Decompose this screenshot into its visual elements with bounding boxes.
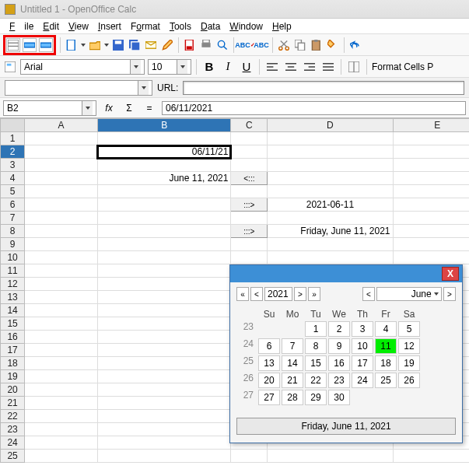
paste-icon[interactable] xyxy=(310,38,324,52)
font-size-input[interactable] xyxy=(149,61,177,72)
url-dropdown-icon[interactable] xyxy=(138,81,149,95)
url-history-input[interactable] xyxy=(5,82,138,93)
font-name-combo[interactable] xyxy=(20,59,145,75)
menu-data[interactable]: Data xyxy=(196,19,225,33)
calendar-day[interactable]: 6 xyxy=(258,338,280,354)
cell-B2[interactable]: 06/11/21 xyxy=(97,145,231,159)
calendar-day[interactable]: 4 xyxy=(375,321,397,337)
save-icon[interactable] xyxy=(111,38,125,52)
format-paint-icon[interactable] xyxy=(326,38,340,52)
calendar-day[interactable]: 17 xyxy=(352,355,373,371)
row-header[interactable]: 4 xyxy=(1,172,25,185)
row-header[interactable]: 10 xyxy=(1,251,25,264)
row-header[interactable]: 11 xyxy=(1,264,25,278)
year-prev-button[interactable]: < xyxy=(250,287,263,301)
cut-icon[interactable] xyxy=(277,38,291,52)
align-center-icon[interactable] xyxy=(283,59,299,75)
row-header[interactable]: 6 xyxy=(1,198,25,212)
url-history-combo[interactable] xyxy=(5,80,152,96)
preview-icon[interactable] xyxy=(215,38,229,52)
calendar-day[interactable]: 21 xyxy=(282,373,303,388)
calendar-day[interactable]: 19 xyxy=(398,355,420,371)
calendar-day[interactable]: 11 xyxy=(375,338,397,354)
size-dropdown-icon[interactable] xyxy=(177,60,187,74)
menu-view[interactable]: View xyxy=(64,19,93,33)
row-header[interactable]: 2 xyxy=(1,145,25,159)
calendar-day[interactable]: 26 xyxy=(398,373,420,388)
cell-B4[interactable]: June 11, 2021 xyxy=(97,172,231,185)
menu-format[interactable]: Format xyxy=(126,19,165,33)
row-header[interactable]: 7 xyxy=(1,212,25,225)
col-header-C[interactable]: C xyxy=(231,119,268,132)
font-size-combo[interactable] xyxy=(148,59,191,75)
month-dropdown-icon[interactable] xyxy=(434,292,439,296)
calendar-day[interactable]: 5 xyxy=(398,321,420,337)
calendar-day[interactable]: 9 xyxy=(328,338,350,354)
calendar-day[interactable]: 25 xyxy=(375,373,397,388)
row-header[interactable]: 17 xyxy=(1,344,25,357)
calendar-day[interactable]: 1 xyxy=(305,321,327,337)
open-icon[interactable] xyxy=(88,38,102,52)
row-header[interactable]: 20 xyxy=(1,383,25,397)
row-header[interactable]: 23 xyxy=(1,423,25,436)
calendar-day[interactable]: 7 xyxy=(282,338,303,354)
row-header[interactable]: 3 xyxy=(1,159,25,172)
row-header[interactable]: 16 xyxy=(1,331,25,344)
row-header[interactable]: 25 xyxy=(1,450,25,463)
calendar-day[interactable]: 22 xyxy=(305,373,327,388)
cell-C6[interactable]: :::> xyxy=(231,198,268,212)
calendar-day[interactable]: 15 xyxy=(305,355,327,371)
custom-tool-1[interactable] xyxy=(6,38,20,52)
row-header[interactable]: 18 xyxy=(1,357,25,370)
row-header[interactable]: 24 xyxy=(1,436,25,450)
align-right-icon[interactable] xyxy=(302,59,317,75)
calendar-close-button[interactable]: X xyxy=(442,267,459,281)
calendar-day[interactable]: 30 xyxy=(328,390,350,405)
print-icon[interactable] xyxy=(199,38,213,52)
align-justify-icon[interactable] xyxy=(320,59,336,75)
calendar-day[interactable]: 24 xyxy=(352,373,373,388)
custom-tool-2[interactable] xyxy=(23,38,37,52)
undo-icon[interactable] xyxy=(348,38,362,52)
cell-C8[interactable]: :::> xyxy=(231,225,268,238)
new-doc-icon[interactable] xyxy=(65,38,79,52)
styles-icon[interactable] xyxy=(3,60,17,74)
menu-help[interactable]: Help xyxy=(268,19,296,33)
col-header-E[interactable]: E xyxy=(393,119,469,132)
copy-icon[interactable] xyxy=(293,38,307,52)
col-header-D[interactable]: D xyxy=(268,119,393,132)
row-header[interactable]: 15 xyxy=(1,317,25,331)
month-next-button[interactable]: > xyxy=(443,287,456,301)
export-pdf-icon[interactable] xyxy=(183,38,197,52)
namebox-dropdown-icon[interactable] xyxy=(82,101,93,115)
month-prev-button[interactable]: < xyxy=(362,287,375,301)
url-input[interactable] xyxy=(183,81,464,95)
menu-tools[interactable]: Tools xyxy=(165,19,196,33)
cell-D6[interactable]: 2021-06-11 xyxy=(268,198,393,212)
formula-input[interactable]: 06/11/2021 xyxy=(166,103,212,114)
year-next-far-button[interactable]: » xyxy=(308,287,320,301)
spellcheck-icon[interactable]: ABC✓ xyxy=(238,38,252,52)
font-dropdown-icon[interactable] xyxy=(130,60,141,74)
calendar-day[interactable]: 23 xyxy=(328,373,350,388)
new-dropdown-icon[interactable] xyxy=(81,44,86,47)
select-all-corner[interactable] xyxy=(1,119,25,132)
merge-cells-icon[interactable] xyxy=(346,59,362,75)
format-cells-label[interactable]: Format Cells P xyxy=(372,61,433,72)
month-select[interactable]: June xyxy=(376,287,442,301)
calendar-day[interactable]: 18 xyxy=(375,355,397,371)
name-box[interactable] xyxy=(3,100,96,116)
font-name-input[interactable] xyxy=(21,61,130,72)
menu-window[interactable]: Window xyxy=(225,19,268,33)
row-header[interactable]: 13 xyxy=(1,291,25,304)
bold-button[interactable]: B xyxy=(201,59,217,75)
col-header-A[interactable]: A xyxy=(25,119,98,132)
year-input[interactable]: 2021 xyxy=(264,287,292,301)
save-all-icon[interactable] xyxy=(128,38,142,52)
row-header[interactable]: 21 xyxy=(1,397,25,410)
custom-tool-3[interactable] xyxy=(39,38,53,52)
autospell-icon[interactable]: ABC xyxy=(254,38,268,52)
menu-file[interactable]: File xyxy=(5,19,38,33)
equals-icon[interactable]: = xyxy=(142,100,157,116)
calendar-day[interactable]: 14 xyxy=(282,355,303,371)
